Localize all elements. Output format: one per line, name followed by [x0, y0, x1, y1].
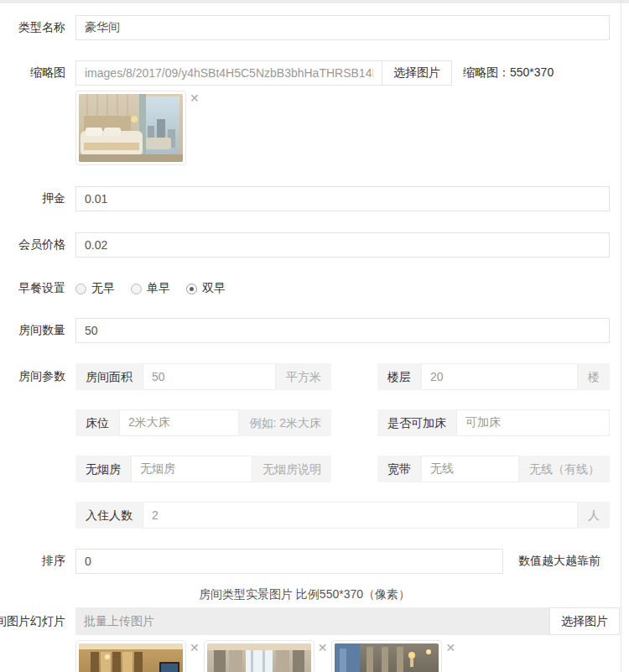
thumbnail-size-hint: 缩略图：550*370	[463, 65, 554, 81]
batch-upload-field[interactable]: 批量上传图片	[75, 607, 549, 635]
slideshow-row: 房间图片幻灯片 批量上传图片 选择图片	[0, 607, 629, 635]
room-area-group: 房间面积 平方米	[75, 363, 331, 390]
room-area-addon: 房间面积	[75, 363, 143, 390]
gallery-heading: 房间类型实景图片 比例550*370（像素）	[0, 587, 629, 602]
sort-input[interactable]	[75, 549, 503, 574]
occupancy-input[interactable]	[143, 502, 578, 529]
thumbnail-preview-row: ✕	[0, 91, 629, 165]
room-params-row-3: 无烟房 无烟房说明 宽带 无线（有线）	[75, 456, 629, 482]
no-smoking-group: 无烟房 无烟房说明	[75, 456, 331, 482]
type-name-label: 类型名称	[0, 20, 65, 35]
thumbnail-path-input[interactable]	[75, 60, 382, 86]
slideshow-image-3	[331, 640, 442, 672]
radio-circle-icon[interactable]	[131, 284, 142, 294]
breakfast-label: 早餐设置	[0, 281, 65, 296]
bed-group: 床位 例如: 2米大床	[75, 409, 331, 436]
extra-bed-group: 是否可加床	[377, 409, 610, 436]
bed-example: 例如: 2米大床	[239, 409, 331, 436]
floor-input[interactable]	[421, 363, 578, 390]
no-smoking-addon: 无烟房	[75, 456, 131, 482]
type-name-row: 类型名称	[0, 15, 629, 40]
thumbnail-row: 缩略图 选择图片 缩略图：550*370	[0, 60, 629, 86]
sort-row: 排序 数值越大越靠前	[0, 549, 629, 574]
radio-option-double-breakfast[interactable]: 双早	[186, 281, 226, 296]
remove-thumbnail-icon[interactable]: ✕	[190, 93, 200, 105]
thumbnail-preview	[75, 91, 186, 165]
broadband-group: 宽带 无线（有线）	[377, 456, 610, 482]
slideshow-thumb-item: ✕	[75, 640, 204, 672]
room-photo-corridor-icon	[207, 643, 311, 672]
deposit-row: 押金	[0, 186, 629, 211]
thumbnail-label: 缩略图	[0, 65, 65, 81]
room-type-edit-form: 类型名称 缩略图 选择图片 缩略图：550*370	[0, 3, 629, 672]
slideshow-image-1	[75, 640, 186, 672]
member-price-input[interactable]	[75, 232, 610, 258]
member-price-row: 会员价格	[0, 232, 629, 258]
remove-slideshow-image-icon[interactable]: ✕	[190, 643, 200, 654]
floor-group: 楼层 楼	[377, 363, 610, 390]
room-area-input[interactable]	[143, 363, 276, 390]
panel-right-border	[621, 0, 621, 672]
slideshow-choose-image-button[interactable]: 选择图片	[549, 607, 620, 635]
room-count-input[interactable]	[75, 318, 610, 343]
room-area-unit: 平方米	[276, 363, 331, 390]
slideshow-image-2	[204, 640, 314, 672]
remove-slideshow-image-icon[interactable]: ✕	[318, 643, 328, 654]
radio-circle-icon[interactable]	[186, 284, 197, 294]
sort-label: 排序	[0, 554, 65, 569]
room-photo-evening-icon	[335, 643, 439, 672]
no-smoking-input[interactable]	[131, 456, 252, 482]
deposit-input[interactable]	[75, 186, 610, 211]
slideshow-label: 房间图片幻灯片	[0, 614, 65, 629]
radio-label: 无早	[91, 281, 115, 296]
no-smoking-note: 无烟房说明	[252, 456, 331, 482]
floor-unit: 楼	[578, 363, 610, 390]
bed-addon: 床位	[75, 409, 119, 436]
occupancy-addon: 入住人数	[75, 502, 143, 529]
breakfast-row: 早餐设置 无早 单早 双早	[0, 281, 629, 296]
slideshow-thumb-item: ✕	[331, 640, 460, 672]
occupancy-group: 入住人数 人	[75, 502, 610, 529]
radio-label: 单早	[147, 281, 170, 296]
remove-slideshow-image-icon[interactable]: ✕	[445, 643, 455, 654]
bed-input[interactable]	[119, 409, 239, 436]
room-params-row-2: 床位 例如: 2米大床 是否可加床	[75, 409, 629, 436]
slideshow-thumbnails: ✕ ✕	[75, 640, 629, 672]
thumbnail-choose-image-button[interactable]: 选择图片	[382, 60, 452, 86]
radio-option-single-breakfast[interactable]: 单早	[131, 281, 170, 296]
room-params-label: 房间参数	[0, 369, 65, 384]
room-params-row-4: 入住人数 人	[75, 502, 629, 529]
room-params-row-1: 房间参数 房间面积 平方米 楼层 楼	[0, 363, 629, 390]
broadband-note: 无线（有线）	[519, 456, 610, 482]
slideshow-thumb-item: ✕	[204, 640, 332, 672]
sort-hint: 数值越大越靠前	[518, 554, 600, 569]
radio-label: 双早	[202, 281, 226, 296]
member-price-label: 会员价格	[0, 237, 65, 253]
broadband-input[interactable]	[421, 456, 519, 482]
deposit-label: 押金	[0, 191, 65, 206]
room-count-row: 房间数量	[0, 318, 629, 343]
room-photo-warm-icon	[79, 643, 183, 672]
room-count-label: 房间数量	[0, 323, 65, 338]
radio-option-no-breakfast[interactable]: 无早	[75, 281, 115, 296]
radio-circle-icon[interactable]	[75, 284, 86, 294]
extra-bed-input[interactable]	[456, 409, 610, 436]
room-photo-thumbnail	[79, 94, 183, 162]
broadband-addon: 宽带	[377, 456, 421, 482]
breakfast-radio-group: 无早 单早 双早	[75, 281, 242, 296]
floor-addon: 楼层	[377, 363, 421, 390]
occupancy-unit: 人	[578, 502, 610, 529]
extra-bed-addon: 是否可加床	[377, 409, 456, 436]
type-name-input[interactable]	[75, 15, 610, 40]
